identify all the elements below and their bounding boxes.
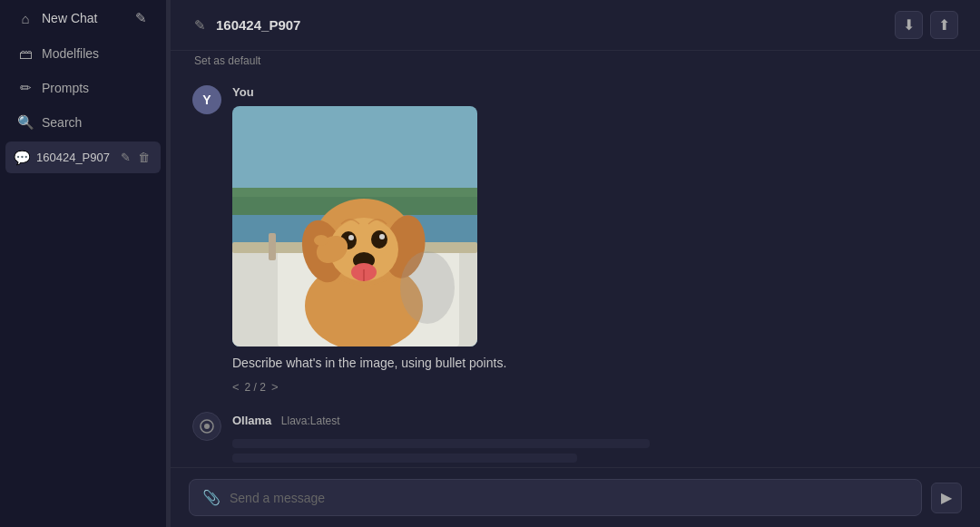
ollama-message: Ollama Llava:Latest [192,412,958,467]
edit-icon[interactable]: ✎ [133,11,148,25]
sidebar: ⌂ New Chat ✎ 🗃 Modelfiles ✏ Prompts 🔍 Se… [0,0,167,527]
input-area: 📎 ▶ [171,467,980,527]
ollama-sender-name: Ollama [232,414,271,427]
share-button[interactable]: ⬆ [930,11,958,39]
user-image [232,106,477,346]
chat-action-icons: ✎ 🗑 [119,149,152,166]
svg-point-24 [204,424,210,429]
message-input-container[interactable]: 📎 [189,479,922,516]
svg-point-16 [379,234,385,239]
ollama-model: Llava:Latest [281,415,340,427]
header: ✎ 160424_P907 ⬇ ⬆ [171,0,980,51]
header-edit-icon: ✎ [192,18,207,33]
sidebar-item-prompts[interactable]: ✏ Prompts [5,73,161,103]
page-indicator: 2 / 2 [245,381,266,394]
svg-point-22 [400,251,455,324]
loading-line-1 [232,439,650,448]
delete-icon[interactable]: 🗑 [136,149,152,166]
header-actions: ⬇ ⬆ [895,11,958,39]
svg-point-15 [348,235,354,240]
user-avatar: Y [192,85,221,114]
svg-point-14 [371,230,387,249]
home-icon: ⌂ [18,11,33,25]
sidebar-item-modelfiles[interactable]: 🗃 Modelfiles [5,38,161,69]
message-input[interactable] [230,491,908,505]
svg-rect-6 [269,233,276,260]
send-icon: ▶ [941,489,952,506]
modelfiles-icon: 🗃 [18,46,33,61]
next-page-arrow[interactable]: > [271,380,279,394]
svg-point-21 [314,235,328,246]
search-label: Search [42,115,82,130]
loading-line-2 [232,454,577,463]
header-left: ✎ 160424_P907 [192,17,300,33]
header-title: 160424_P907 [216,17,300,33]
ollama-message-content: Ollama Llava:Latest [232,412,677,467]
chat-bubble-icon: 💬 [15,151,29,165]
user-message-content: You [232,85,506,394]
prompts-label: Prompts [42,81,89,95]
search-icon: 🔍 [18,115,33,130]
modelfiles-label: Modelfiles [42,46,99,61]
sidebar-item-search[interactable]: 🔍 Search [5,107,161,138]
chat-title: 160424_P907 [36,151,112,164]
download-button[interactable]: ⬇ [895,11,923,39]
user-message-text: Describe what's in the image, using bull… [232,354,506,373]
new-chat-item[interactable]: ⌂ New Chat ✎ [5,2,161,34]
rename-icon[interactable]: ✎ [119,149,132,166]
user-message: Y You [192,85,958,394]
pagination[interactable]: < 2 / 2 > [232,380,506,394]
attach-icon[interactable]: 📎 [202,489,220,506]
chat-area: Y You [171,71,980,467]
ollama-avatar [192,412,221,441]
sidebar-chat-item[interactable]: 💬 160424_P907 ✎ 🗑 [5,142,161,173]
send-button[interactable]: ▶ [931,483,962,513]
new-chat-label: New Chat [42,11,97,25]
main-content: ✎ 160424_P907 ⬇ ⬆ Set as default Y You [171,0,980,527]
ollama-sender-row: Ollama Llava:Latest [232,412,677,428]
loading-response [232,439,677,467]
prompts-icon: ✏ [18,81,33,95]
user-sender-name: You [232,85,506,99]
set-default[interactable]: Set as default [171,51,980,71]
prev-page-arrow[interactable]: < [232,380,240,394]
